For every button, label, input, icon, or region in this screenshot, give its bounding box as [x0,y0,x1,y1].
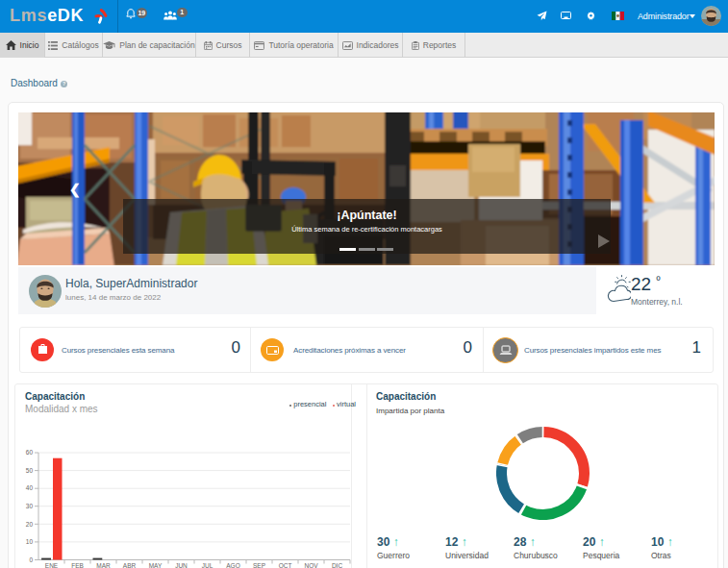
svg-text:OCT: OCT [279,562,292,568]
svg-text:AGO: AGO [226,562,239,568]
svg-text:50: 50 [26,467,34,474]
svg-text:ENE: ENE [45,562,59,568]
svg-text:FEB: FEB [71,562,84,568]
svg-text:MAR: MAR [96,562,111,568]
svg-text:60: 60 [26,449,34,456]
svg-text:40: 40 [26,484,34,491]
svg-text:30: 30 [26,503,34,509]
svg-text:ABR: ABR [123,562,137,568]
svg-text:DIC: DIC [332,562,343,568]
svg-text:NOV: NOV [304,562,318,568]
svg-text:MAY: MAY [149,562,163,568]
svg-text:?: ? [63,81,65,86]
svg-text:SEP: SEP [253,562,265,568]
svg-text:10: 10 [26,538,34,545]
svg-text:0: 0 [29,556,33,563]
svg-text:JUL: JUL [202,562,213,568]
svg-text:JUN: JUN [175,562,188,568]
svg-text:20: 20 [26,521,34,528]
